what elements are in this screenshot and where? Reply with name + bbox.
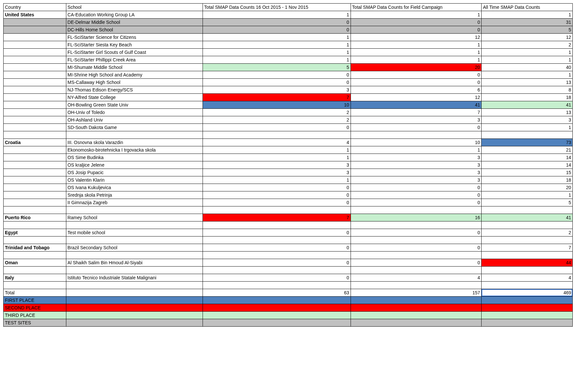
alltime-cell: 21	[482, 146, 573, 154]
period-cell: 1	[203, 176, 351, 184]
period-cell: 5	[203, 64, 351, 71]
alltime-cell: 41	[482, 101, 573, 109]
country-cell	[4, 41, 66, 49]
table-row	[4, 221, 573, 229]
field-cell: 12	[351, 94, 482, 101]
school-cell: MI-Shumate Middle School	[66, 64, 203, 71]
legend-cell	[203, 312, 351, 319]
empty-cell	[203, 282, 351, 289]
empty-cell	[482, 282, 573, 289]
table-row: Srednja skola Petrinja001	[4, 191, 573, 199]
country-cell	[4, 19, 66, 26]
table-row: Trinidad and TobagoBrazil Secondary Scho…	[4, 244, 573, 252]
legend-cell	[203, 304, 351, 312]
legend-label: THIRD PLACE	[4, 312, 66, 319]
country-cell: Egypt	[4, 229, 66, 237]
alltime-cell: 5	[482, 26, 573, 34]
empty-cell	[203, 267, 351, 274]
legend-row: SECOND PLACE	[4, 304, 573, 312]
empty-cell	[482, 131, 573, 139]
table-row	[4, 282, 573, 289]
table-row: FL-SciStarter Science for Citizens11212	[4, 34, 573, 41]
legend-cell	[482, 319, 573, 327]
table-row: Puerto RicoRamey School71641	[4, 214, 573, 221]
table-row: OmanAl Shaikh Salim Bin Hmoud Al-Siyabi0…	[4, 259, 573, 267]
table-row: SD-South Dakota Game001	[4, 124, 573, 131]
school-cell: III. Osnovna skola Varazdin	[66, 139, 203, 146]
school-cell	[66, 206, 203, 214]
school-cell	[66, 221, 203, 229]
country-cell	[4, 94, 66, 101]
empty-cell	[203, 221, 351, 229]
period-cell: 10	[203, 101, 351, 109]
legend-cell	[351, 312, 482, 319]
legend-cell	[66, 319, 203, 327]
school-cell: MS-Callaway High School	[66, 79, 203, 86]
field-cell: 6	[351, 86, 482, 94]
table-row: OH-Ashland Univ233	[4, 116, 573, 124]
alltime-cell: 1	[482, 71, 573, 79]
totals-alltime: 469	[482, 289, 573, 297]
alltime-cell: 4	[482, 274, 573, 282]
period-cell: 1	[203, 154, 351, 161]
table-row: OS Sime Budinka1314	[4, 154, 573, 161]
alltime-cell: 1	[482, 56, 573, 64]
alltime-cell: 41	[482, 214, 573, 221]
school-cell: NY-Alfred State College	[66, 94, 203, 101]
field-cell: 0	[351, 244, 482, 252]
empty-cell	[482, 267, 573, 274]
field-cell: 1	[351, 49, 482, 56]
country-cell	[4, 79, 66, 86]
country-cell	[4, 109, 66, 116]
empty-cell	[66, 289, 203, 297]
alltime-cell: 1	[482, 191, 573, 199]
field-cell: 0	[351, 19, 482, 26]
alltime-cell: 18	[482, 176, 573, 184]
legend-cell	[66, 312, 203, 319]
empty-cell	[482, 206, 573, 214]
totals-label: Total	[4, 289, 66, 297]
country-cell	[4, 206, 66, 214]
country-cell: Oman	[4, 259, 66, 267]
school-cell: MI-Shrine High School and Academy	[66, 71, 203, 79]
field-cell: 41	[351, 101, 482, 109]
header-field: Total SMAP Data Counts for Field Campaig…	[351, 4, 482, 11]
period-cell: 2	[203, 116, 351, 124]
period-cell: 0	[203, 191, 351, 199]
period-cell: 2	[203, 109, 351, 116]
alltime-cell: 73	[482, 139, 573, 146]
school-cell: Al Shaikh Salim Bin Hmoud Al-Siyabi	[66, 259, 203, 267]
field-cell: 0	[351, 229, 482, 237]
period-cell: 0	[203, 184, 351, 191]
table-row: Ekonomosko-birotehnicka I trgovacka skol…	[4, 146, 573, 154]
country-cell	[4, 64, 66, 71]
legend-cell	[482, 297, 573, 304]
empty-cell	[482, 237, 573, 244]
country-cell	[4, 34, 66, 41]
field-cell: 0	[351, 199, 482, 206]
field-cell: 7	[351, 109, 482, 116]
table-row: United StatesCA-Education Working Group …	[4, 11, 573, 19]
legend-row: THIRD PLACE	[4, 312, 573, 319]
empty-cell	[351, 221, 482, 229]
field-cell: 3	[351, 161, 482, 169]
header-school: School	[66, 4, 203, 11]
country-cell	[4, 267, 66, 274]
legend-cell	[351, 297, 482, 304]
period-cell: 0	[203, 19, 351, 26]
school-cell: Istituto Tecnico Industriale Statale Mal…	[66, 274, 203, 282]
table-row	[4, 131, 573, 139]
school-cell: FL-SciStarter Phillippi Creek Area	[66, 56, 203, 64]
legend-row: FIRST PLACE	[4, 297, 573, 304]
country-cell	[4, 169, 66, 176]
school-cell: OH-Ashland Univ	[66, 116, 203, 124]
school-cell: II Gimnazija Zagreb	[66, 199, 203, 206]
country-cell	[4, 191, 66, 199]
empty-cell	[482, 252, 573, 259]
period-cell: 7	[203, 214, 351, 221]
country-cell	[4, 146, 66, 154]
country-cell	[4, 237, 66, 244]
country-cell	[4, 199, 66, 206]
alltime-cell: 44	[482, 259, 573, 267]
legend-cell	[66, 304, 203, 312]
